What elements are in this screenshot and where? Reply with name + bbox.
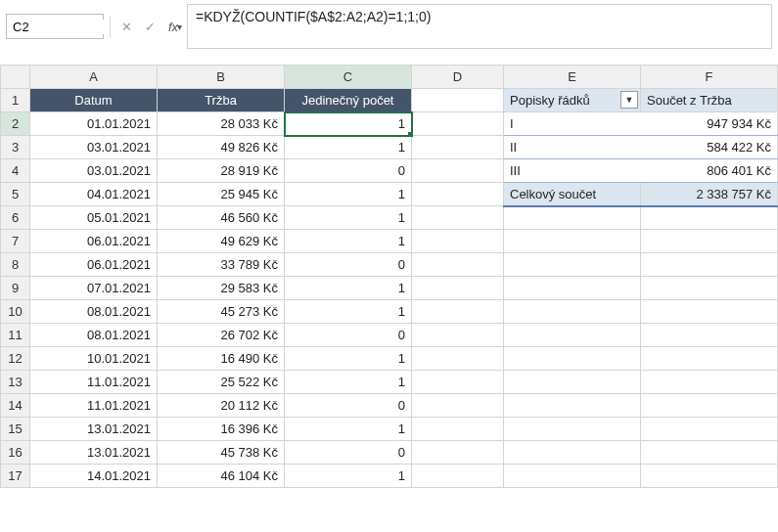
row-head[interactable]: 8 (1, 253, 30, 277)
cell-unique[interactable]: 1 (285, 206, 412, 230)
cell[interactable] (412, 253, 504, 277)
cell-unique[interactable]: 0 (285, 441, 412, 465)
cell[interactable] (504, 206, 641, 230)
cell-unique[interactable]: 0 (285, 159, 412, 183)
cell-date[interactable]: 05.01.2021 (30, 206, 158, 230)
col-head-A[interactable]: A (30, 66, 158, 89)
row-head[interactable]: 15 (1, 418, 30, 441)
cell-unique[interactable]: 1 (285, 465, 412, 488)
cell[interactable] (412, 89, 504, 112)
cell-unique[interactable]: 1 (285, 300, 412, 324)
cell[interactable] (641, 300, 778, 324)
row-head[interactable]: 14 (1, 394, 30, 418)
pivot-total-value[interactable]: 2 338 757 Kč (641, 183, 778, 206)
row-head[interactable]: 4 (1, 159, 30, 183)
cell[interactable] (641, 371, 778, 394)
cell[interactable] (412, 183, 504, 206)
cell-amount[interactable]: 28 033 Kč (158, 112, 285, 136)
cell-amount[interactable]: 16 490 Kč (158, 347, 285, 371)
cell-amount[interactable]: 20 112 Kč (158, 394, 285, 418)
cell-date[interactable]: 14.01.2021 (30, 465, 158, 488)
cell[interactable] (641, 206, 778, 230)
cell-amount[interactable]: 45 738 Kč (158, 441, 285, 465)
cell-date[interactable]: 13.01.2021 (30, 418, 158, 441)
col-head-B[interactable]: B (158, 66, 285, 89)
cell-date[interactable]: 11.01.2021 (30, 371, 158, 394)
cell-unique[interactable]: 1 (285, 136, 412, 159)
cell[interactable] (504, 418, 641, 441)
cell[interactable] (641, 230, 778, 253)
fx-icon[interactable]: fx (163, 16, 183, 37)
header-jedinecny[interactable]: Jedinečný počet (285, 89, 412, 112)
cell-date[interactable]: 01.01.2021 (30, 112, 158, 136)
pivot-row-labels-header[interactable]: Popisky řádků▼ (504, 89, 641, 112)
cell-date[interactable]: 04.01.2021 (30, 183, 158, 206)
cell[interactable] (412, 441, 504, 465)
cancel-icon[interactable]: ✕ (116, 16, 136, 37)
cell-date[interactable]: 11.01.2021 (30, 394, 158, 418)
row-head[interactable]: 7 (1, 230, 30, 253)
cell-unique[interactable]: 1 (285, 183, 412, 206)
cell-unique[interactable]: 1 (285, 230, 412, 253)
row-head[interactable]: 16 (1, 441, 30, 465)
cell-unique[interactable]: 1 (285, 347, 412, 371)
cell-amount[interactable]: 16 396 Kč (158, 418, 285, 441)
cell-date[interactable]: 10.01.2021 (30, 347, 158, 371)
col-head-C[interactable]: C (285, 66, 412, 89)
pivot-row-label[interactable]: I (504, 112, 641, 136)
cell-amount[interactable]: 25 522 Kč (158, 371, 285, 394)
cell[interactable] (412, 371, 504, 394)
cell-unique[interactable]: 0 (285, 394, 412, 418)
cell-date[interactable]: 13.01.2021 (30, 441, 158, 465)
cell[interactable] (641, 277, 778, 300)
cell[interactable] (504, 371, 641, 394)
cell[interactable] (412, 112, 504, 136)
row-head[interactable]: 1 (1, 89, 30, 112)
cell-amount[interactable]: 49 629 Kč (158, 230, 285, 253)
cell[interactable] (504, 300, 641, 324)
cell-amount[interactable]: 46 560 Kč (158, 206, 285, 230)
cell[interactable] (504, 465, 641, 488)
header-datum[interactable]: Datum (30, 89, 158, 112)
cell[interactable] (504, 277, 641, 300)
cell[interactable] (504, 230, 641, 253)
cell[interactable] (412, 159, 504, 183)
row-head[interactable]: 17 (1, 465, 30, 488)
cell[interactable] (641, 465, 778, 488)
cell[interactable] (641, 441, 778, 465)
cell-date[interactable]: 07.01.2021 (30, 277, 158, 300)
cell-date[interactable]: 06.01.2021 (30, 253, 158, 277)
cell-amount[interactable]: 45 273 Kč (158, 300, 285, 324)
cell[interactable] (412, 230, 504, 253)
col-head-E[interactable]: E (504, 66, 641, 89)
row-head[interactable]: 2 (1, 112, 30, 136)
row-head[interactable]: 3 (1, 136, 30, 159)
col-head-F[interactable]: F (641, 66, 778, 89)
cell-date[interactable]: 08.01.2021 (30, 300, 158, 324)
cell-unique[interactable]: 1 (285, 371, 412, 394)
cell-unique[interactable]: 1 (285, 418, 412, 441)
cell[interactable] (412, 347, 504, 371)
pivot-row-label[interactable]: II (504, 136, 641, 159)
cell[interactable] (504, 441, 641, 465)
cell-amount[interactable]: 26 702 Kč (158, 324, 285, 347)
dropdown-icon[interactable]: ▼ (620, 91, 638, 109)
pivot-row-label[interactable]: III (504, 159, 641, 183)
cell[interactable] (641, 324, 778, 347)
pivot-total-label[interactable]: Celkový součet (504, 183, 641, 206)
header-trzba[interactable]: Tržba (158, 89, 285, 112)
cell[interactable] (641, 253, 778, 277)
cell[interactable] (412, 394, 504, 418)
cell-date[interactable]: 06.01.2021 (30, 230, 158, 253)
pivot-row-value[interactable]: 947 934 Kč (641, 112, 778, 136)
cell-amount[interactable]: 49 826 Kč (158, 136, 285, 159)
formula-input[interactable]: =KDYŽ(COUNTIF($A$2:A2;A2)=1;1;0) (187, 4, 772, 49)
cell-amount[interactable]: 46 104 Kč (158, 465, 285, 488)
cell[interactable] (504, 394, 641, 418)
cell[interactable] (412, 277, 504, 300)
spreadsheet-grid[interactable]: A B C D E F 1DatumTržbaJedinečný početPo… (0, 65, 778, 488)
row-head[interactable]: 12 (1, 347, 30, 371)
row-head[interactable]: 9 (1, 277, 30, 300)
select-all-corner[interactable] (1, 66, 30, 89)
cell[interactable] (412, 465, 504, 488)
